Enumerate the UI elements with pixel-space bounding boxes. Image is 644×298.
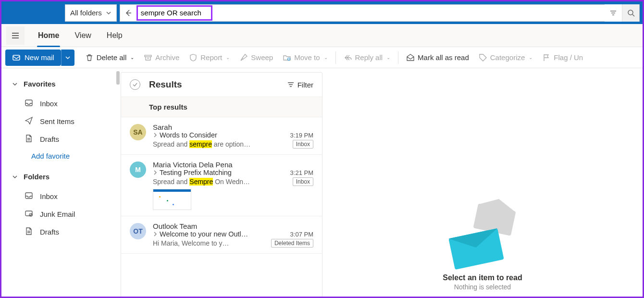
inbox-icon xyxy=(25,191,33,201)
sidebar-section-label: Folders xyxy=(24,173,50,181)
scrollbar-thumb[interactable] xyxy=(116,71,120,85)
search-submit-button[interactable] xyxy=(622,4,639,22)
chevron-right-icon xyxy=(153,232,158,236)
results-title: Results xyxy=(149,79,287,90)
message-list: Results Filter Top results SA Sarah Word… xyxy=(121,72,322,297)
flag-button[interactable]: Flag / Un xyxy=(537,50,588,66)
toolbar: New mail Delete all⌄ Archive Report⌄ Swe… xyxy=(1,47,643,68)
chevron-right-icon xyxy=(153,170,158,175)
sidebar-item-label: Add favorite xyxy=(31,152,70,160)
search-back-button[interactable] xyxy=(120,9,136,17)
message-item[interactable]: SA Sarah Words to Consider 3:19 PM Sprea… xyxy=(121,117,322,155)
sent-icon xyxy=(25,116,33,126)
mail-icon xyxy=(12,53,21,62)
search-input[interactable] xyxy=(141,9,208,17)
hamburger-icon xyxy=(11,31,20,40)
sidebar-section-label: Favorites xyxy=(24,80,56,88)
sidebar: Favorites Inbox Sent Items Drafts Add fa… xyxy=(1,68,121,297)
shield-icon xyxy=(189,53,198,62)
sidebar-item-label: Inbox xyxy=(40,192,58,200)
flag-icon xyxy=(542,53,551,62)
sidebar-item-sent items[interactable]: Sent Items xyxy=(10,112,116,130)
folder-move-icon xyxy=(283,53,291,62)
sidebar-item-junk email[interactable]: Junk Email xyxy=(10,205,116,223)
sidebar-item-drafts[interactable]: Drafts xyxy=(10,130,116,148)
categorize-button[interactable]: Categorize⌄ xyxy=(474,50,538,66)
title-bar: All folders xyxy=(1,1,643,24)
sidebar-section-folders[interactable]: Folders xyxy=(10,170,116,184)
search-bar xyxy=(120,4,640,22)
sidebar-item-drafts[interactable]: Drafts xyxy=(10,223,116,241)
sidebar-item-inbox[interactable]: Inbox xyxy=(10,95,116,112)
tab-help[interactable]: Help xyxy=(99,24,130,47)
new-mail-button[interactable]: New mail xyxy=(5,50,61,66)
inbox-icon xyxy=(25,99,33,109)
sidebar-section-favorites[interactable]: Favorites xyxy=(10,77,116,91)
attachment-thumbnail[interactable] xyxy=(153,189,191,210)
sweep-button[interactable]: Sweep xyxy=(235,50,278,66)
sidebar-item-label: Drafts xyxy=(40,135,59,143)
sidebar-item-label: Drafts xyxy=(40,228,59,236)
sidebar-item-label: Sent Items xyxy=(40,117,74,125)
tab-home[interactable]: Home xyxy=(30,24,67,47)
avatar: SA xyxy=(130,124,146,140)
archive-icon xyxy=(144,53,152,62)
reading-empty-subtitle: Nothing is selected xyxy=(454,283,511,291)
message-subject: Testing Prefix Matching xyxy=(153,169,232,176)
search-scope-dropdown[interactable]: All folders xyxy=(65,4,117,22)
message-preview: Spread and sempre are option… xyxy=(153,140,250,148)
new-mail-dropdown[interactable] xyxy=(61,50,74,66)
sidebar-item-add favorite[interactable]: Add favorite xyxy=(10,148,116,164)
svg-rect-4 xyxy=(25,100,32,106)
message-folder-tag: Inbox xyxy=(293,140,313,149)
report-button[interactable]: Report⌄ xyxy=(184,50,235,66)
sidebar-item-label: Inbox xyxy=(40,99,58,108)
message-time: 3:19 PM xyxy=(290,132,313,139)
filter-icon xyxy=(287,81,295,88)
reading-pane: Select an item to read Nothing is select… xyxy=(322,68,643,297)
message-time: 3:21 PM xyxy=(290,169,313,176)
sidebar-item-inbox[interactable]: Inbox xyxy=(10,187,116,205)
reply-all-icon xyxy=(344,53,352,62)
message-from: Outlook Team xyxy=(153,222,313,230)
message-folder-tag: Inbox xyxy=(293,177,313,186)
reply-all-button[interactable]: Reply all⌄ xyxy=(339,50,396,66)
message-folder-tag: Deleted Items xyxy=(271,239,313,248)
check-icon xyxy=(132,82,138,87)
message-item[interactable]: OT Outlook Team Welcome to your new Outl… xyxy=(121,216,322,254)
select-all-toggle[interactable] xyxy=(130,79,140,90)
toolbar-separator xyxy=(335,51,336,64)
move-to-button[interactable]: Move to⌄ xyxy=(278,50,332,66)
mark-read-button[interactable]: Mark all as read xyxy=(401,50,474,66)
message-item[interactable]: M Maria Victoria Dela Pena Testing Prefi… xyxy=(121,155,322,216)
tabs-row: Home View Help xyxy=(1,24,643,47)
mail-open-icon xyxy=(406,53,415,62)
filter-lines-icon xyxy=(609,9,617,17)
archive-button[interactable]: Archive xyxy=(139,50,184,66)
trash-icon xyxy=(85,53,94,62)
chevron-down-icon xyxy=(12,81,18,87)
chevron-right-icon xyxy=(153,133,158,137)
message-from: Sarah xyxy=(153,123,313,131)
new-mail-label: New mail xyxy=(25,53,54,62)
delete-all-button[interactable]: Delete all⌄ xyxy=(80,50,139,66)
svg-rect-2 xyxy=(145,55,151,57)
results-subheader: Top results xyxy=(121,97,322,117)
draft-icon xyxy=(25,227,33,237)
junk-icon xyxy=(25,209,33,219)
tab-view[interactable]: View xyxy=(67,24,99,47)
filter-button[interactable]: Filter xyxy=(287,81,313,89)
draft-icon xyxy=(25,134,33,144)
hamburger-button[interactable] xyxy=(6,26,25,45)
message-from: Maria Victoria Dela Pena xyxy=(153,161,313,169)
search-filters-button[interactable] xyxy=(605,4,622,22)
empty-envelope-illustration xyxy=(451,202,514,265)
message-preview: Hi Maria, Welcome to y… xyxy=(153,239,229,247)
tag-icon xyxy=(479,53,487,62)
reading-empty-title: Select an item to read xyxy=(443,273,522,282)
message-subject: Words to Consider xyxy=(153,131,217,139)
main: Favorites Inbox Sent Items Drafts Add fa… xyxy=(1,68,643,297)
avatar: OT xyxy=(130,223,146,239)
message-time: 3:07 PM xyxy=(290,231,313,238)
avatar: M xyxy=(130,161,146,178)
